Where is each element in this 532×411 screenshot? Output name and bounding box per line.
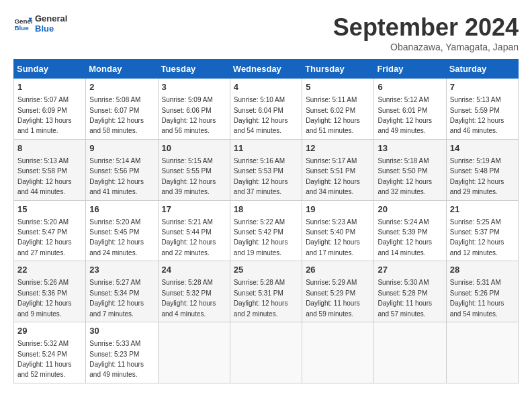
calendar-cell: 24 Sunrise: 5:28 AMSunset: 5:32 PMDaylig… (158, 261, 230, 322)
week-row-3: 15 Sunrise: 5:20 AMSunset: 5:47 PMDaylig… (14, 200, 519, 261)
calendar-cell: 20 Sunrise: 5:24 AMSunset: 5:39 PMDaylig… (374, 200, 446, 261)
day-info: Sunrise: 5:23 AMSunset: 5:40 PMDaylight:… (306, 218, 360, 257)
calendar-cell: 1 Sunrise: 5:07 AMSunset: 6:09 PMDayligh… (14, 79, 86, 140)
calendar-cell (302, 322, 374, 383)
day-info: Sunrise: 5:13 AMSunset: 5:58 PMDaylight:… (17, 157, 72, 195)
calendar-cell: 22 Sunrise: 5:26 AMSunset: 5:36 PMDaylig… (14, 261, 86, 322)
day-number: 13 (378, 142, 442, 154)
day-info: Sunrise: 5:28 AMSunset: 5:31 PMDaylight:… (234, 279, 288, 317)
calendar-cell: 23 Sunrise: 5:27 AMSunset: 5:34 PMDaylig… (86, 261, 158, 322)
calendar-cell: 19 Sunrise: 5:23 AMSunset: 5:40 PMDaylig… (302, 200, 374, 261)
calendar-cell (158, 322, 230, 383)
col-header-sunday: Sunday (14, 60, 86, 79)
calendar-cell: 17 Sunrise: 5:21 AMSunset: 5:44 PMDaylig… (158, 200, 230, 261)
week-row-5: 29 Sunrise: 5:32 AMSunset: 5:24 PMDaylig… (14, 322, 519, 383)
day-info: Sunrise: 5:08 AMSunset: 6:07 PMDaylight:… (89, 96, 144, 134)
logo-blue: Blue (35, 24, 67, 34)
calendar-cell: 6 Sunrise: 5:12 AMSunset: 6:01 PMDayligh… (374, 79, 446, 140)
day-number: 3 (162, 81, 226, 93)
day-number: 5 (306, 81, 370, 93)
day-number: 21 (450, 203, 515, 216)
day-info: Sunrise: 5:30 AMSunset: 5:28 PMDaylight:… (378, 279, 432, 317)
day-number: 17 (162, 203, 226, 216)
calendar-cell: 14 Sunrise: 5:19 AMSunset: 5:48 PMDaylig… (446, 139, 518, 200)
day-info: Sunrise: 5:19 AMSunset: 5:48 PMDaylight:… (450, 157, 504, 195)
day-number: 7 (450, 81, 515, 93)
day-info: Sunrise: 5:25 AMSunset: 5:37 PMDaylight:… (450, 218, 504, 257)
day-number: 26 (306, 264, 370, 276)
calendar-cell: 11 Sunrise: 5:16 AMSunset: 5:53 PMDaylig… (230, 139, 302, 200)
day-number: 16 (89, 203, 154, 216)
calendar-cell: 18 Sunrise: 5:22 AMSunset: 5:42 PMDaylig… (230, 200, 302, 261)
day-info: Sunrise: 5:15 AMSunset: 5:55 PMDaylight:… (162, 157, 216, 195)
col-header-monday: Monday (86, 60, 158, 79)
day-info: Sunrise: 5:32 AMSunset: 5:24 PMDaylight:… (17, 340, 72, 378)
calendar-cell: 25 Sunrise: 5:28 AMSunset: 5:31 PMDaylig… (230, 261, 302, 322)
day-info: Sunrise: 5:16 AMSunset: 5:53 PMDaylight:… (234, 157, 288, 195)
col-header-saturday: Saturday (446, 60, 518, 79)
calendar-cell: 12 Sunrise: 5:17 AMSunset: 5:51 PMDaylig… (302, 139, 374, 200)
day-number: 2 (89, 81, 154, 93)
day-number: 9 (89, 142, 154, 154)
day-info: Sunrise: 5:22 AMSunset: 5:42 PMDaylight:… (234, 218, 288, 257)
day-info: Sunrise: 5:26 AMSunset: 5:36 PMDaylight:… (17, 279, 72, 317)
day-number: 20 (378, 203, 442, 216)
day-number: 30 (89, 325, 154, 337)
week-row-1: 1 Sunrise: 5:07 AMSunset: 6:09 PMDayligh… (14, 79, 519, 140)
day-info: Sunrise: 5:13 AMSunset: 5:59 PMDaylight:… (450, 96, 504, 134)
day-info: Sunrise: 5:29 AMSunset: 5:29 PMDaylight:… (306, 279, 360, 317)
calendar-cell: 30 Sunrise: 5:33 AMSunset: 5:23 PMDaylig… (86, 322, 158, 383)
logo-general: General (35, 13, 67, 24)
day-info: Sunrise: 5:21 AMSunset: 5:44 PMDaylight:… (162, 218, 216, 257)
day-number: 28 (450, 264, 515, 276)
day-number: 12 (306, 142, 370, 154)
day-info: Sunrise: 5:20 AMSunset: 5:45 PMDaylight:… (89, 218, 144, 257)
calendar-cell: 29 Sunrise: 5:32 AMSunset: 5:24 PMDaylig… (14, 322, 86, 383)
calendar-cell: 8 Sunrise: 5:13 AMSunset: 5:58 PMDayligh… (14, 139, 86, 200)
calendar-cell (374, 322, 446, 383)
day-info: Sunrise: 5:14 AMSunset: 5:56 PMDaylight:… (89, 157, 144, 195)
day-number: 6 (378, 81, 442, 93)
day-number: 23 (89, 264, 154, 276)
calendar-cell: 10 Sunrise: 5:15 AMSunset: 5:55 PMDaylig… (158, 139, 230, 200)
day-info: Sunrise: 5:33 AMSunset: 5:23 PMDaylight:… (89, 340, 144, 378)
calendar-cell: 4 Sunrise: 5:10 AMSunset: 6:04 PMDayligh… (230, 79, 302, 140)
logo-icon: General Blue (13, 14, 32, 33)
calendar-table: SundayMondayTuesdayWednesdayThursdayFrid… (13, 59, 519, 383)
day-number: 11 (234, 142, 298, 154)
calendar-cell: 13 Sunrise: 5:18 AMSunset: 5:50 PMDaylig… (374, 139, 446, 200)
month-title: September 2024 (333, 13, 519, 42)
col-header-thursday: Thursday (302, 60, 374, 79)
calendar-cell: 27 Sunrise: 5:30 AMSunset: 5:28 PMDaylig… (374, 261, 446, 322)
calendar-cell: 9 Sunrise: 5:14 AMSunset: 5:56 PMDayligh… (86, 139, 158, 200)
logo: General Blue General Blue (13, 13, 67, 34)
day-number: 1 (17, 81, 82, 93)
day-number: 15 (17, 203, 82, 216)
day-number: 22 (17, 264, 82, 276)
day-info: Sunrise: 5:24 AMSunset: 5:39 PMDaylight:… (378, 218, 432, 257)
week-row-2: 8 Sunrise: 5:13 AMSunset: 5:58 PMDayligh… (14, 139, 519, 200)
header: General Blue General Blue September 2024… (13, 13, 519, 52)
day-number: 8 (17, 142, 82, 154)
day-number: 24 (162, 264, 226, 276)
day-info: Sunrise: 5:18 AMSunset: 5:50 PMDaylight:… (378, 157, 432, 195)
day-info: Sunrise: 5:07 AMSunset: 6:09 PMDaylight:… (17, 96, 72, 134)
calendar-cell: 26 Sunrise: 5:29 AMSunset: 5:29 PMDaylig… (302, 261, 374, 322)
calendar-cell: 5 Sunrise: 5:11 AMSunset: 6:02 PMDayligh… (302, 79, 374, 140)
calendar-cell: 28 Sunrise: 5:31 AMSunset: 5:26 PMDaylig… (446, 261, 518, 322)
day-info: Sunrise: 5:20 AMSunset: 5:47 PMDaylight:… (17, 218, 72, 257)
header-row: SundayMondayTuesdayWednesdayThursdayFrid… (14, 60, 519, 79)
calendar-cell: 21 Sunrise: 5:25 AMSunset: 5:37 PMDaylig… (446, 200, 518, 261)
day-info: Sunrise: 5:31 AMSunset: 5:26 PMDaylight:… (450, 279, 504, 317)
week-row-4: 22 Sunrise: 5:26 AMSunset: 5:36 PMDaylig… (14, 261, 519, 322)
col-header-tuesday: Tuesday (158, 60, 230, 79)
day-number: 10 (162, 142, 226, 154)
subtitle: Obanazawa, Yamagata, Japan (333, 42, 519, 52)
calendar-cell: 15 Sunrise: 5:20 AMSunset: 5:47 PMDaylig… (14, 200, 86, 261)
calendar-cell: 7 Sunrise: 5:13 AMSunset: 5:59 PMDayligh… (446, 79, 518, 140)
day-info: Sunrise: 5:10 AMSunset: 6:04 PMDaylight:… (234, 96, 288, 134)
calendar-cell: 16 Sunrise: 5:20 AMSunset: 5:45 PMDaylig… (86, 200, 158, 261)
day-number: 29 (17, 325, 82, 337)
day-number: 18 (234, 203, 298, 216)
calendar-cell (446, 322, 518, 383)
